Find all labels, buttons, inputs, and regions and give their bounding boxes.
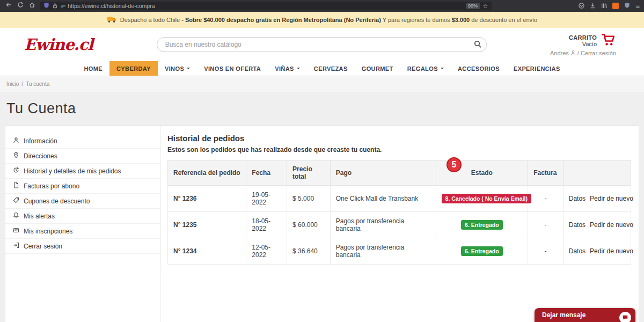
sidebar-item-inscripciones[interactable]: Mis inscripciones	[5, 224, 160, 239]
user-icon	[13, 137, 19, 145]
sidebar-item-label: Cerrar sesión	[24, 243, 62, 250]
sidebar-item-cerrar-sesion[interactable]: Cerrar sesión	[5, 239, 160, 254]
tag-icon	[13, 197, 19, 205]
order-row: N° 1234 12-05-2022 $ 36.640 Pagos por tr…	[168, 238, 631, 265]
sidebar-item-label: Direcciones	[24, 152, 57, 160]
history-icon	[13, 167, 19, 175]
back-icon[interactable]	[4, 0, 12, 12]
pocket-icon[interactable]	[579, 1, 584, 11]
order-details-link[interactable]: Datos	[569, 247, 586, 255]
bookmark-star-icon[interactable]: ☆	[482, 3, 488, 10]
browser-chrome: a= https://ewine.cl/historial-de-compra …	[0, 0, 644, 12]
truck-icon	[107, 16, 116, 24]
extension-icon-shield[interactable]	[624, 1, 630, 11]
cart-icon[interactable]	[602, 33, 616, 48]
status-badge: 6. Entregado	[461, 246, 503, 256]
library-icon[interactable]	[601, 1, 607, 11]
cart-summary[interactable]: CARRITO Vacío	[569, 33, 616, 48]
order-reference: N° 1234	[168, 238, 246, 265]
nav-item-vinas[interactable]: VIÑAS	[268, 61, 307, 76]
order-payment: Pagos por transferencia bancaria	[330, 212, 436, 238]
col-actions	[563, 160, 631, 186]
col-payment: Pago	[330, 160, 436, 186]
cart-label: CARRITO	[569, 34, 597, 41]
download-icon[interactable]	[590, 1, 596, 11]
nav-item-gourmet[interactable]: GOURMET	[355, 61, 400, 76]
nav-item-experiencias[interactable]: EXPERIENCIAS	[507, 61, 567, 76]
url-text[interactable]: https://ewine.cl/historial-de-compra	[68, 3, 463, 9]
account-name[interactable]: Andres	[550, 50, 569, 56]
address-bar[interactable]: a= https://ewine.cl/historial-de-compra …	[40, 2, 492, 10]
chat-widget[interactable]: Dejar mensaje	[535, 308, 635, 322]
chevron-down-icon	[297, 68, 300, 71]
promo-banner: Despacho a todo Chile - Sobre $40.000 de…	[0, 12, 644, 28]
header-right: CARRITO Vacío Andres / Cerrar sesión	[550, 33, 616, 56]
sidebar-item-direcciones[interactable]: Direcciones	[5, 149, 160, 164]
order-total: $ 60.000	[287, 212, 331, 238]
nav-item-home[interactable]: HOME	[77, 61, 109, 76]
order-details-link[interactable]: Datos	[569, 195, 586, 202]
chat-label: Dejar mensaje	[542, 311, 586, 319]
sidebar-item-label: Mis alertas	[24, 213, 55, 220]
reload-icon[interactable]	[16, 0, 24, 12]
home-icon[interactable]	[28, 0, 36, 12]
search-area	[93, 37, 550, 52]
nav-item-regalos[interactable]: REGALOS	[400, 61, 451, 76]
extension-icon-orange[interactable]	[612, 3, 619, 9]
sidebar-item-informacion[interactable]: Información	[5, 134, 160, 149]
page-title: Tu Cuenta	[6, 100, 644, 117]
menu-icon[interactable]: ≡	[635, 2, 640, 10]
sidebar-item-alertas[interactable]: Mis alertas	[5, 209, 160, 224]
sidebar-item-label: Historial y detalles de mis pedidos	[24, 167, 121, 175]
card-icon	[13, 227, 19, 235]
zoom-indicator[interactable]: 90%	[466, 3, 480, 9]
tracking-shield-icon[interactable]	[43, 1, 49, 11]
status-badge: 6. Entregado	[461, 220, 503, 230]
order-details-link[interactable]: Datos	[569, 221, 586, 229]
nav-item-vinos[interactable]: VINOS	[158, 61, 197, 76]
nav-item-accesorios[interactable]: ACCESORIOS	[451, 61, 507, 76]
order-payment: Pagos por transferencia bancaria	[330, 238, 436, 265]
status-badge: 8. Cancelado ( No Envía Email)	[442, 194, 531, 203]
reorder-link[interactable]: Pedir de nuevo	[590, 221, 633, 229]
col-invoice: Factura	[528, 160, 564, 186]
order-invoice: -	[528, 238, 564, 265]
col-reference: Referencia del pedido	[168, 160, 246, 186]
orders-table: Referencia del pedido Fecha Precio total…	[167, 160, 631, 265]
orders-subtitle: Estos son los pedidos que has realizado …	[167, 146, 631, 153]
nav-item-vinos-en-oferta[interactable]: VINOS EN OFERTA	[197, 61, 268, 76]
order-payment: One Click Mall de Transbank	[330, 186, 436, 212]
permissions-icon[interactable]: a=	[61, 3, 65, 9]
bell-icon	[13, 212, 19, 220]
nav-item-cervezas[interactable]: CERVEZAS	[307, 61, 355, 76]
breadcrumb-home[interactable]: Inicio	[6, 81, 19, 87]
order-reference: N° 1235	[168, 212, 246, 238]
document-icon	[13, 182, 19, 190]
order-invoice: -	[528, 212, 564, 238]
lock-icon[interactable]	[52, 1, 58, 11]
sidebar-item-facturas-abono[interactable]: Facturas por abono	[5, 179, 160, 194]
cart-status: Vacío	[569, 41, 597, 47]
logout-icon	[13, 242, 19, 250]
logout-link[interactable]: / Cerrar sesión	[577, 50, 616, 56]
sidebar-item-label: Cupones de descuento	[24, 197, 90, 205]
search-button[interactable]	[474, 40, 482, 50]
site-logo[interactable]: Ewine.cl	[24, 35, 93, 54]
sidebar-item-cupones[interactable]: Cupones de descuento	[5, 194, 160, 209]
order-total: $ 36.640	[287, 238, 331, 265]
site-header: Ewine.cl CARRITO Vacío Andres	[0, 28, 644, 61]
annotation-circle-5: 5	[447, 157, 462, 172]
nav-item-cyberday[interactable]: CYBERDAY	[109, 61, 158, 76]
col-date: Fecha	[246, 160, 287, 186]
reorder-link[interactable]: Pedir de nuevo	[590, 247, 633, 255]
order-date: 12-05-2022	[246, 238, 287, 265]
reorder-link[interactable]: Pedir de nuevo	[590, 195, 633, 202]
sidebar-item-historial-pedidos[interactable]: Historial y detalles de mis pedidos	[5, 164, 160, 179]
breadcrumb-separator: /	[21, 81, 23, 87]
order-date: 18-05-2022	[246, 212, 287, 238]
order-row: N° 1235 18-05-2022 $ 60.000 Pagos por tr…	[168, 212, 631, 238]
search-input[interactable]	[157, 37, 487, 52]
account-row: Andres / Cerrar sesión	[550, 50, 616, 56]
col-total: Precio total	[287, 160, 331, 186]
order-date: 19-05-2022	[246, 186, 287, 212]
